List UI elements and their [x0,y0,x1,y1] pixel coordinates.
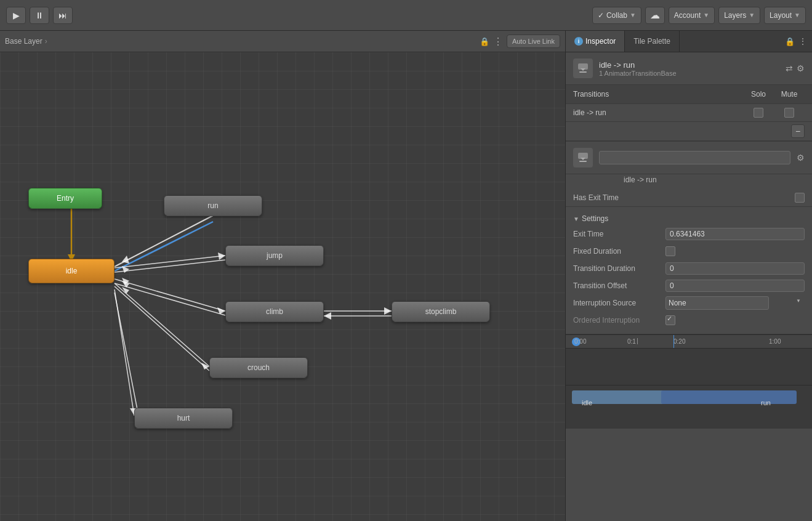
tab-inspector[interactable]: i Inspector [566,31,625,52]
cloud-button[interactable]: ☁ [645,7,665,24]
timeline-scrubber [673,335,674,348]
animator-panel: Base Layer › 🔒 ⋮ Auto Live Link [0,31,566,521]
transitions-table-header: Transitions Solo Mute [566,85,812,104]
arrows-svg [0,52,565,521]
transition-detail: ⚙ [566,142,812,174]
reset-icon[interactable]: ⇄ [786,63,793,73]
transition-detail-label: idle -> run [592,174,812,189]
transition-title-group: idle -> run 1 AnimatorTransitionBase [599,60,677,77]
transition-offset-input[interactable] [665,280,805,292]
svg-marker-12 [122,278,129,285]
transition-list-item[interactable]: idle -> run [566,104,812,122]
interruption-source-select[interactable]: None Current State Next State Current St… [665,296,769,310]
animator-panel-header: Base Layer › 🔒 ⋮ Auto Live Link [0,31,565,52]
state-crouch[interactable]: crouch [209,357,308,378]
account-dropdown[interactable]: Account ▼ [669,7,715,24]
state-idle[interactable]: idle [28,259,115,283]
pause-button[interactable]: ⏸ [30,7,49,24]
layers-dropdown[interactable]: Layers ▼ [718,7,760,24]
svg-line-2 [115,222,213,271]
svg-line-17 [115,283,209,366]
svg-marker-4 [122,256,129,264]
svg-line-19 [115,286,209,371]
timeline-marker-1: 0:1⏐ [627,338,639,345]
more-icon-inspector[interactable]: ⋮ [798,36,807,46]
has-exit-time-checkbox[interactable] [795,193,805,203]
transition-mute-checkbox[interactable] [774,108,805,118]
timeline-upper-track [566,349,812,386]
collab-button[interactable]: ✓ Collab ▼ [592,7,641,24]
transition-detail-icon [573,148,593,168]
svg-marker-10 [217,307,225,314]
transition-icon-svg [577,62,589,75]
transition-name-input[interactable] [599,151,790,164]
transitions-col-solo: Solo [743,90,774,99]
tab-tile-palette[interactable]: Tile Palette [625,31,680,52]
svg-marker-24 [122,287,129,294]
layout-dropdown-arrow: ▼ [794,12,800,18]
svg-line-11 [115,283,225,315]
interruption-source-row: Interruption Source None Current State N… [566,294,812,312]
inspector-content: idle -> run 1 AnimatorTransitionBase ⇄ ⚙… [566,52,812,429]
svg-line-21 [115,289,134,416]
transitions-col-mute: Mute [774,90,805,99]
state-jump[interactable]: jump [225,245,324,266]
interruption-source-select-wrapper: None Current State Next State Current St… [665,296,805,310]
exit-time-label: Exit Time [573,230,665,238]
detail-gear-icon[interactable]: ⚙ [797,153,805,163]
remove-transition-button[interactable]: − [791,124,805,138]
settings-arrow-icon: ▼ [573,216,579,222]
ordered-interruption-checkbox[interactable] [665,315,675,325]
settings-section: ▼ Settings Exit Time Fixed Duration Tran… [566,207,812,334]
toolbar: ▶ ⏸ ⏭ ✓ Collab ▼ ☁ Account ▼ Layers ▼ La… [0,0,812,31]
track-run-label: run [761,399,771,406]
timeline-marker-3: 1:00 [769,338,781,345]
transition-solo-checkbox[interactable] [743,108,774,118]
transition-row-label: idle -> run [573,108,743,117]
auto-live-link-button[interactable]: Auto Live Link [507,34,560,48]
state-climb[interactable]: climb [225,301,324,322]
track-run-bar[interactable]: run [661,390,797,404]
svg-rect-27 [579,71,587,73]
fixed-duration-label: Fixed Duration [573,247,665,256]
transition-duration-input[interactable] [665,262,805,275]
play-button[interactable]: ▶ [6,7,26,24]
inspector-tab-actions: 🔒 ⋮ [785,31,812,52]
transitions-footer: − [566,122,812,141]
svg-line-3 [115,216,213,267]
inspector-tab-icon: i [574,37,583,46]
timeline-marker-2: 0:20 [673,338,685,345]
transition-detail-icon-svg [577,151,589,164]
svg-marker-8 [122,266,129,273]
solo-checkbox[interactable] [754,108,763,118]
transition-offset-label: Transition Offset [573,281,665,290]
base-layer-label[interactable]: Base Layer [5,37,42,46]
settings-header: ▼ Settings [566,212,812,225]
layout-dropdown[interactable]: Layout ▼ [764,7,806,24]
exit-time-input[interactable] [665,228,805,240]
timeline-tracks: idle run [566,349,812,429]
timeline: 0:00 0:1⏐ 0:20 1:00 idle [566,334,812,429]
timeline-ruler[interactable]: 0:00 0:1⏐ 0:20 1:00 [566,335,812,349]
svg-line-9 [115,279,225,311]
lock-icon: 🔒 [480,37,489,46]
svg-marker-6 [218,252,225,260]
inspector-tabs: i Inspector Tile Palette 🔒 ⋮ [566,31,812,52]
svg-marker-20 [122,281,129,288]
state-entry[interactable]: Entry [28,188,102,209]
state-stopclimb[interactable]: stopclimb [392,301,490,322]
track-idle-label: idle [582,399,592,406]
animator-canvas[interactable]: Entry idle run jump climb stopclimb crou… [0,52,565,521]
state-run[interactable]: run [164,195,262,216]
svg-marker-16 [324,312,331,320]
panel-header-right: 🔒 ⋮ Auto Live Link [480,34,560,48]
fixed-duration-checkbox[interactable] [665,246,675,256]
more-icon[interactable]: ⋮ [493,36,503,47]
svg-line-7 [115,260,225,272]
state-hurt[interactable]: hurt [134,408,233,429]
settings-icon-header[interactable]: ⚙ [797,63,805,73]
transition-duration-row: Transition Duration [566,260,812,277]
step-button[interactable]: ⏭ [53,7,73,24]
svg-marker-18 [201,363,209,370]
mute-checkbox[interactable] [784,108,794,118]
